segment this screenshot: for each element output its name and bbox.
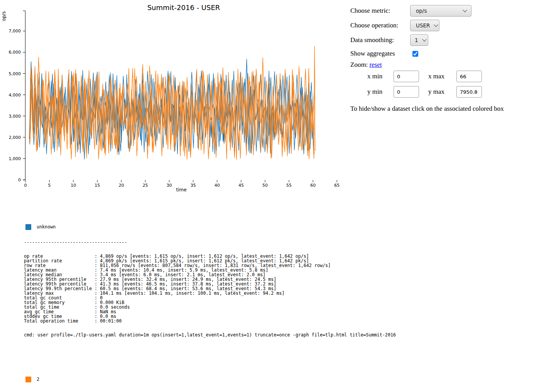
svg-text:5,000: 5,000 xyxy=(9,71,21,76)
metric-row: Choose metric: op/s xyxy=(350,5,471,17)
x-range-row: x min x max xyxy=(350,71,482,82)
aggregates-label: Show aggregates xyxy=(350,50,412,57)
svg-text:2,000: 2,000 xyxy=(9,135,21,140)
zoom-row: Zoom: reset xyxy=(350,61,382,69)
x-axis: 05101520253035404550556065 xyxy=(24,180,340,188)
dataset-cmd: cmd: user profile=./tlp-users.yaml durat… xyxy=(24,333,426,337)
svg-text:65: 65 xyxy=(334,183,340,188)
dataset-block-unknown: unknown --------------------------------… xyxy=(24,215,426,346)
metric-select[interactable]: op/s xyxy=(410,5,471,17)
svg-text:60: 60 xyxy=(310,183,316,188)
x-min-label: x min xyxy=(367,73,384,80)
y-min-input[interactable] xyxy=(394,86,419,98)
aggregates-checkbox[interactable] xyxy=(412,51,418,57)
chart-title: Summit-2016 - USER xyxy=(147,3,220,12)
dataset-color-box[interactable] xyxy=(25,224,31,230)
chevron-down-icon xyxy=(422,37,426,41)
smoothing-row: Data smoothing: 1 xyxy=(350,34,428,46)
svg-text:55: 55 xyxy=(286,183,292,188)
dataset-block-2: 2 --------------------------------------… xyxy=(24,367,426,392)
y-max-label: y max xyxy=(428,88,448,96)
svg-text:40: 40 xyxy=(215,183,220,188)
svg-text:5: 5 xyxy=(48,183,51,188)
operation-row: Choose operation: USER xyxy=(350,19,439,31)
svg-text:3,000: 3,000 xyxy=(9,114,21,119)
legend-hint: To hide/show a dataset click on the asso… xyxy=(350,105,539,113)
chart-lines xyxy=(29,46,315,160)
svg-text:1,000: 1,000 xyxy=(9,156,21,161)
operation-select[interactable]: USER xyxy=(410,20,439,31)
zoom-reset-link[interactable]: reset xyxy=(370,61,382,69)
svg-text:4,000: 4,000 xyxy=(9,93,21,98)
dataset-name: unknown xyxy=(37,225,56,229)
svg-text:25: 25 xyxy=(143,183,148,188)
smoothing-select[interactable]: 1 xyxy=(410,34,428,46)
dataset-header: 2 xyxy=(25,376,426,382)
y-max-input[interactable] xyxy=(456,86,482,98)
dataset-color-box[interactable] xyxy=(25,377,31,382)
svg-text:45: 45 xyxy=(238,183,244,188)
svg-text:0: 0 xyxy=(24,183,27,188)
x-max-input[interactable] xyxy=(456,71,482,82)
zoom-label: Zoom: xyxy=(350,61,368,69)
smoothing-label: Data smoothing: xyxy=(350,36,410,44)
metric-label: Choose metric: xyxy=(350,7,410,15)
svg-text:50: 50 xyxy=(262,183,268,188)
svg-text:6,000: 6,000 xyxy=(9,50,21,55)
chevron-down-icon xyxy=(434,22,438,27)
dataset-separator: -------------------------------------- xyxy=(24,240,426,245)
svg-text:35: 35 xyxy=(191,183,196,188)
y-axis: 01,0002,0003,0004,0005,0006,0007,000 xyxy=(9,11,25,182)
x-max-label: x max xyxy=(428,73,448,80)
svg-text:7,000: 7,000 xyxy=(9,29,21,34)
svg-text:20: 20 xyxy=(118,183,124,188)
svg-text:10: 10 xyxy=(71,183,76,188)
x-axis-label: time xyxy=(176,187,186,193)
y-axis-label: op/s xyxy=(1,11,7,21)
y-range-row: y min y max xyxy=(350,86,482,98)
chevron-down-icon xyxy=(463,8,467,12)
x-min-input[interactable] xyxy=(394,71,419,82)
smoothing-selected-value: 1 xyxy=(415,37,418,43)
dataset-stats: op rate : 4,869 op/s [events: 1,615 op/s… xyxy=(24,254,426,323)
y-min-label: y min xyxy=(367,88,384,96)
metric-selected-value: op/s xyxy=(416,8,427,14)
aggregates-row: Show aggregates xyxy=(350,50,418,57)
svg-text:15: 15 xyxy=(95,183,100,188)
dataset-header: unknown xyxy=(25,224,426,230)
operation-selected-value: USER xyxy=(416,22,430,29)
dataset-name: 2 xyxy=(37,377,39,382)
svg-text:30: 30 xyxy=(167,183,172,188)
dataset-blocks: unknown --------------------------------… xyxy=(24,201,426,392)
operation-label: Choose operation: xyxy=(350,22,410,29)
svg-text:0: 0 xyxy=(18,177,21,182)
chart: Summit-2016 - USER op/s 01,0002,0003,000… xyxy=(0,0,347,197)
